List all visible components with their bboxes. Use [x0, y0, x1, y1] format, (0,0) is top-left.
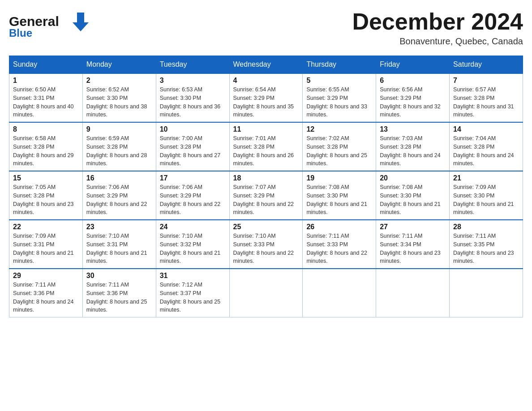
day-number: 21 — [453, 174, 519, 182]
month-title: December 2024 — [352, 9, 523, 34]
day-info: Sunrise: 7:01 AMSunset: 3:28 PMDaylight:… — [233, 134, 299, 168]
day-number: 16 — [86, 174, 152, 182]
day-number: 3 — [160, 77, 226, 85]
day-info: Sunrise: 7:11 AMSunset: 3:35 PMDaylight:… — [453, 232, 519, 265]
day-info: Sunrise: 6:55 AMSunset: 3:29 PMDaylight:… — [306, 86, 372, 119]
day-number: 4 — [233, 77, 299, 85]
day-info: Sunrise: 7:11 AMSunset: 3:34 PMDaylight:… — [380, 232, 446, 265]
calendar-cell: 3Sunrise: 6:53 AMSunset: 3:30 PMDaylight… — [156, 73, 229, 122]
logo: General Blue — [9, 9, 94, 40]
title-block: December 2024 Bonaventure, Quebec, Canad… — [352, 9, 523, 47]
week-row-4: 22Sunrise: 7:09 AMSunset: 3:31 PMDayligh… — [9, 220, 523, 269]
calendar-cell: 17Sunrise: 7:06 AMSunset: 3:29 PMDayligh… — [156, 171, 229, 220]
day-number: 17 — [160, 174, 226, 182]
day-number: 12 — [306, 125, 372, 133]
day-info: Sunrise: 7:11 AMSunset: 3:36 PMDaylight:… — [13, 281, 79, 314]
calendar-cell: 29Sunrise: 7:11 AMSunset: 3:36 PMDayligh… — [9, 269, 83, 317]
col-header-saturday: Saturday — [450, 56, 523, 74]
calendar-cell: 9Sunrise: 6:59 AMSunset: 3:28 PMDaylight… — [82, 122, 156, 171]
day-info: Sunrise: 7:00 AMSunset: 3:28 PMDaylight:… — [160, 134, 226, 168]
day-number: 25 — [233, 223, 299, 231]
calendar-cell: 12Sunrise: 7:02 AMSunset: 3:28 PMDayligh… — [303, 122, 376, 171]
week-row-1: 1Sunrise: 6:50 AMSunset: 3:31 PMDaylight… — [9, 73, 523, 122]
day-info: Sunrise: 7:10 AMSunset: 3:31 PMDaylight:… — [86, 232, 152, 265]
day-info: Sunrise: 6:52 AMSunset: 3:30 PMDaylight:… — [86, 86, 152, 119]
calendar-cell: 18Sunrise: 7:07 AMSunset: 3:29 PMDayligh… — [229, 171, 303, 220]
day-number: 26 — [306, 223, 372, 231]
calendar-cell: 22Sunrise: 7:09 AMSunset: 3:31 PMDayligh… — [9, 220, 83, 269]
day-info: Sunrise: 7:02 AMSunset: 3:28 PMDaylight:… — [306, 134, 372, 168]
calendar-cell — [303, 269, 376, 317]
day-number: 5 — [306, 77, 372, 85]
day-number: 28 — [453, 223, 519, 231]
calendar-cell: 5Sunrise: 6:55 AMSunset: 3:29 PMDaylight… — [303, 73, 376, 122]
calendar-cell: 11Sunrise: 7:01 AMSunset: 3:28 PMDayligh… — [229, 122, 303, 171]
day-info: Sunrise: 6:58 AMSunset: 3:28 PMDaylight:… — [13, 134, 79, 168]
calendar-cell: 8Sunrise: 6:58 AMSunset: 3:28 PMDaylight… — [9, 122, 83, 171]
calendar-cell: 13Sunrise: 7:03 AMSunset: 3:28 PMDayligh… — [376, 122, 450, 171]
day-number: 20 — [380, 174, 446, 182]
calendar-cell: 27Sunrise: 7:11 AMSunset: 3:34 PMDayligh… — [376, 220, 450, 269]
day-number: 29 — [13, 272, 79, 280]
day-number: 14 — [453, 125, 519, 133]
calendar-cell: 6Sunrise: 6:56 AMSunset: 3:29 PMDaylight… — [376, 73, 450, 122]
calendar-cell: 14Sunrise: 7:04 AMSunset: 3:28 PMDayligh… — [450, 122, 523, 171]
day-info: Sunrise: 6:59 AMSunset: 3:28 PMDaylight:… — [86, 134, 152, 168]
day-number: 10 — [160, 125, 226, 133]
calendar-cell: 26Sunrise: 7:11 AMSunset: 3:33 PMDayligh… — [303, 220, 376, 269]
week-row-5: 29Sunrise: 7:11 AMSunset: 3:36 PMDayligh… — [9, 269, 523, 317]
col-header-friday: Friday — [376, 56, 450, 74]
day-info: Sunrise: 7:09 AMSunset: 3:30 PMDaylight:… — [453, 183, 519, 217]
calendar-cell: 25Sunrise: 7:10 AMSunset: 3:33 PMDayligh… — [229, 220, 303, 269]
logo-svg: General Blue — [9, 9, 94, 40]
calendar-cell — [229, 269, 303, 317]
day-number: 2 — [86, 77, 152, 85]
day-number: 23 — [86, 223, 152, 231]
day-info: Sunrise: 6:53 AMSunset: 3:30 PMDaylight:… — [160, 86, 226, 119]
day-number: 27 — [380, 223, 446, 231]
day-number: 11 — [233, 125, 299, 133]
calendar-cell: 7Sunrise: 6:57 AMSunset: 3:28 PMDaylight… — [450, 73, 523, 122]
day-info: Sunrise: 7:11 AMSunset: 3:33 PMDaylight:… — [306, 232, 372, 265]
calendar-cell: 23Sunrise: 7:10 AMSunset: 3:31 PMDayligh… — [82, 220, 156, 269]
day-info: Sunrise: 7:12 AMSunset: 3:37 PMDaylight:… — [160, 281, 226, 314]
col-header-monday: Monday — [82, 56, 156, 74]
week-row-2: 8Sunrise: 6:58 AMSunset: 3:28 PMDaylight… — [9, 122, 523, 171]
days-header-row: SundayMondayTuesdayWednesdayThursdayFrid… — [9, 56, 523, 74]
day-number: 30 — [86, 272, 152, 280]
day-number: 13 — [380, 125, 446, 133]
calendar-cell: 28Sunrise: 7:11 AMSunset: 3:35 PMDayligh… — [450, 220, 523, 269]
day-number: 8 — [13, 125, 79, 133]
col-header-tuesday: Tuesday — [156, 56, 229, 74]
col-header-sunday: Sunday — [9, 56, 83, 74]
calendar-cell: 31Sunrise: 7:12 AMSunset: 3:37 PMDayligh… — [156, 269, 229, 317]
svg-marker-1 — [73, 13, 89, 31]
calendar-table: SundayMondayTuesdayWednesdayThursdayFrid… — [9, 56, 523, 317]
calendar-cell: 15Sunrise: 7:05 AMSunset: 3:28 PMDayligh… — [9, 171, 83, 220]
day-number: 9 — [86, 125, 152, 133]
calendar-cell: 21Sunrise: 7:09 AMSunset: 3:30 PMDayligh… — [450, 171, 523, 220]
col-header-wednesday: Wednesday — [229, 56, 303, 74]
calendar-cell: 10Sunrise: 7:00 AMSunset: 3:28 PMDayligh… — [156, 122, 229, 171]
day-info: Sunrise: 7:06 AMSunset: 3:29 PMDaylight:… — [160, 183, 226, 217]
svg-text:Blue: Blue — [9, 27, 32, 39]
calendar-cell: 2Sunrise: 6:52 AMSunset: 3:30 PMDaylight… — [82, 73, 156, 122]
day-info: Sunrise: 7:09 AMSunset: 3:31 PMDaylight:… — [13, 232, 79, 265]
day-info: Sunrise: 7:08 AMSunset: 3:30 PMDaylight:… — [306, 183, 372, 217]
calendar-cell: 20Sunrise: 7:08 AMSunset: 3:30 PMDayligh… — [376, 171, 450, 220]
calendar-cell: 16Sunrise: 7:06 AMSunset: 3:29 PMDayligh… — [82, 171, 156, 220]
calendar-cell: 1Sunrise: 6:50 AMSunset: 3:31 PMDaylight… — [9, 73, 83, 122]
calendar-cell: 24Sunrise: 7:10 AMSunset: 3:32 PMDayligh… — [156, 220, 229, 269]
calendar-cell: 4Sunrise: 6:54 AMSunset: 3:29 PMDaylight… — [229, 73, 303, 122]
day-info: Sunrise: 7:10 AMSunset: 3:32 PMDaylight:… — [160, 232, 226, 265]
day-number: 6 — [380, 77, 446, 85]
day-info: Sunrise: 7:06 AMSunset: 3:29 PMDaylight:… — [86, 183, 152, 217]
page-header: General Blue December 2024 Bonaventure, … — [9, 9, 523, 47]
day-number: 1 — [13, 77, 79, 85]
day-info: Sunrise: 7:05 AMSunset: 3:28 PMDaylight:… — [13, 183, 79, 217]
day-info: Sunrise: 6:56 AMSunset: 3:29 PMDaylight:… — [380, 86, 446, 119]
calendar-cell — [376, 269, 450, 317]
day-info: Sunrise: 7:11 AMSunset: 3:36 PMDaylight:… — [86, 281, 152, 314]
col-header-thursday: Thursday — [303, 56, 376, 74]
location: Bonaventure, Quebec, Canada — [352, 36, 523, 47]
